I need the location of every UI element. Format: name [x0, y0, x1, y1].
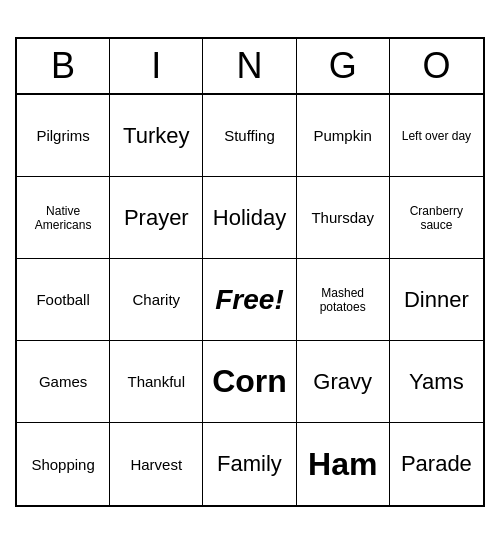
- bingo-cell: Family: [203, 423, 296, 505]
- bingo-cell: Cranberry sauce: [390, 177, 483, 259]
- bingo-cell: Thankful: [110, 341, 203, 423]
- header-letter: G: [297, 39, 390, 93]
- bingo-cell: Pilgrims: [17, 95, 110, 177]
- bingo-grid: PilgrimsTurkeyStuffingPumpkinLeft over d…: [17, 95, 483, 505]
- bingo-cell: Gravy: [297, 341, 390, 423]
- bingo-cell: Mashed potatoes: [297, 259, 390, 341]
- bingo-cell: Shopping: [17, 423, 110, 505]
- header-letter: B: [17, 39, 110, 93]
- bingo-cell: Games: [17, 341, 110, 423]
- bingo-card: BINGO PilgrimsTurkeyStuffingPumpkinLeft …: [15, 37, 485, 507]
- bingo-cell: Dinner: [390, 259, 483, 341]
- bingo-cell: Football: [17, 259, 110, 341]
- bingo-header: BINGO: [17, 39, 483, 95]
- bingo-cell: Yams: [390, 341, 483, 423]
- bingo-cell: Corn: [203, 341, 296, 423]
- bingo-cell: Ham: [297, 423, 390, 505]
- bingo-cell: Charity: [110, 259, 203, 341]
- bingo-cell: Thursday: [297, 177, 390, 259]
- bingo-cell: Parade: [390, 423, 483, 505]
- bingo-cell: Prayer: [110, 177, 203, 259]
- bingo-cell: Pumpkin: [297, 95, 390, 177]
- header-letter: N: [203, 39, 296, 93]
- bingo-cell: Turkey: [110, 95, 203, 177]
- bingo-cell: Harvest: [110, 423, 203, 505]
- bingo-cell: Free!: [203, 259, 296, 341]
- bingo-cell: Holiday: [203, 177, 296, 259]
- bingo-cell: Native Americans: [17, 177, 110, 259]
- header-letter: O: [390, 39, 483, 93]
- bingo-cell: Stuffing: [203, 95, 296, 177]
- bingo-cell: Left over day: [390, 95, 483, 177]
- header-letter: I: [110, 39, 203, 93]
